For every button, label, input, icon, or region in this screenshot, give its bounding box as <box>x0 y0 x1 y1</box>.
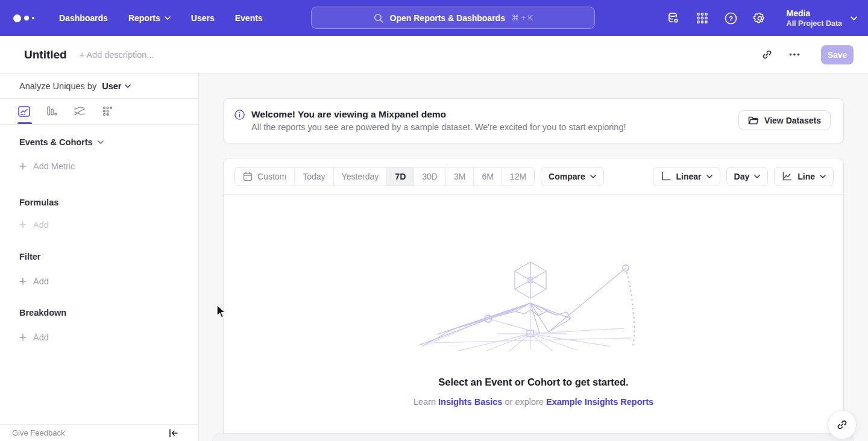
breakdown-table-edge <box>212 433 854 441</box>
search-icon <box>373 13 384 23</box>
question-circle-icon: ? <box>724 11 738 25</box>
banner-text: Welcome! You are viewing a Mixpanel demo… <box>251 108 626 134</box>
empty-state-title: Select an Event or Cohort to get started… <box>438 377 628 388</box>
report-description-placeholder[interactable]: + Add description... <box>80 50 154 60</box>
tab-bar-chart[interactable] <box>45 104 59 119</box>
add-formula-button[interactable]: Add <box>19 220 198 230</box>
empty-state-links: Learn Insights Basics or explore Example… <box>414 397 653 407</box>
empty-state: Select an Event or Cohort to get started… <box>224 195 843 407</box>
interval-dropdown[interactable]: Day <box>726 167 769 186</box>
metrics-dots-tab-icon <box>101 105 114 118</box>
plus-icon <box>19 334 27 341</box>
range-custom[interactable]: Custom <box>235 167 294 186</box>
nav-reports[interactable]: Reports <box>118 0 181 36</box>
bar-chart-tab-icon <box>45 105 58 118</box>
info-icon <box>234 110 245 120</box>
range-7d-label: 7D <box>395 172 406 181</box>
report-toolbar: Custom Today Yesterday 7D 30D 3M 6M 12M … <box>224 158 843 195</box>
range-30d[interactable]: 30D <box>414 167 445 186</box>
example-reports-link[interactable]: Example Insights Reports <box>546 397 653 407</box>
ellipsis-icon <box>789 53 800 56</box>
more-options-button[interactable] <box>785 45 804 64</box>
settings-icon[interactable] <box>753 11 767 25</box>
nav-dashboards[interactable]: Dashboards <box>49 0 118 36</box>
events-cohorts-header[interactable]: Events & Cohorts <box>19 137 198 147</box>
formulas-section: Formulas Add <box>0 198 198 230</box>
range-30d-label: 30D <box>422 172 438 181</box>
flow-tab-icon <box>73 105 86 118</box>
nav-users[interactable]: Users <box>181 0 225 36</box>
chevron-down-icon <box>820 175 826 178</box>
range-6m[interactable]: 6M <box>473 167 501 186</box>
mixpanel-logo[interactable] <box>13 14 34 22</box>
formulas-header: Formulas <box>19 198 198 207</box>
compare-dropdown[interactable]: Compare <box>541 167 604 186</box>
add-breakdown-button[interactable]: Add <box>19 333 198 342</box>
chart-type-label: Line <box>797 172 815 181</box>
share-link-floating-button[interactable] <box>828 410 857 439</box>
plus-icon <box>19 163 27 170</box>
nav-events[interactable]: Events <box>225 0 273 36</box>
top-navigation-bar: Dashboards Reports Users Events Open Rep… <box>0 0 868 36</box>
view-datasets-button[interactable]: View Datasets <box>738 110 831 130</box>
add-filter-button[interactable]: Add <box>19 277 198 286</box>
logo-dot-medium <box>24 16 29 20</box>
analyze-uniques-by-dropdown[interactable]: Analyze Uniques by User <box>0 74 198 99</box>
visualization-tabs <box>0 99 198 125</box>
report-title[interactable]: Untitled <box>24 48 67 61</box>
range-today[interactable]: Today <box>294 167 333 186</box>
breakdown-section: Breakdown Add <box>0 308 198 342</box>
events-cohorts-label: Events & Cohorts <box>19 137 93 147</box>
add-filter-label: Add <box>33 277 49 286</box>
range-6m-label: 6M <box>482 172 493 181</box>
chevron-down-icon <box>851 16 857 20</box>
chart-controls: Linear Day Line <box>653 167 834 186</box>
linear-axes-icon <box>661 172 671 181</box>
save-button[interactable]: Save <box>821 45 854 64</box>
tab-insights-selected[interactable] <box>17 104 31 119</box>
sidebar-footer: Give Feedback <box>0 424 198 441</box>
range-3m[interactable]: 3M <box>445 167 473 186</box>
add-metric-label: Add Metric <box>33 161 75 171</box>
query-builder-sidebar: Analyze Uniques by User <box>0 74 199 441</box>
svg-text:?: ? <box>729 14 733 22</box>
filter-header: Filter <box>19 252 198 261</box>
range-yesterday[interactable]: Yesterday <box>333 167 387 186</box>
calendar-icon <box>243 172 253 181</box>
tab-flow[interactable] <box>72 104 87 119</box>
plus-icon <box>19 221 27 228</box>
copy-link-button[interactable] <box>757 45 776 64</box>
add-metric-button[interactable]: Add Metric <box>19 161 198 171</box>
project-name: Media <box>787 8 842 19</box>
analyze-value: User <box>102 81 121 91</box>
help-icon[interactable]: ? <box>724 11 738 25</box>
insights-basics-link[interactable]: Insights Basics <box>438 397 502 407</box>
tab-metrics[interactable] <box>100 104 115 119</box>
collapse-sidebar-icon[interactable] <box>169 429 178 437</box>
learn-prefix: Learn <box>414 397 436 407</box>
banner-subtitle: All the reports you see are powered by a… <box>251 121 626 134</box>
project-switcher[interactable]: Media All Project Data <box>787 8 857 28</box>
range-12m[interactable]: 12M <box>502 167 534 186</box>
range-3m-label: 3M <box>454 172 465 181</box>
plus-icon <box>19 278 27 285</box>
grid-dots-icon <box>696 11 709 25</box>
data-management-icon[interactable] <box>666 11 681 25</box>
chevron-down-icon <box>706 175 712 178</box>
primary-nav: Dashboards Reports Users Events <box>49 0 273 36</box>
search-label: Open Reports & Dashboards <box>390 13 505 23</box>
give-feedback-link[interactable]: Give Feedback <box>12 428 64 437</box>
line-chart-icon <box>782 172 793 181</box>
scale-dropdown[interactable]: Linear <box>653 167 720 186</box>
link-icon <box>761 49 773 60</box>
date-range-selector: Custom Today Yesterday 7D 30D 3M 6M 12M <box>234 167 535 186</box>
apps-grid-icon[interactable] <box>695 11 709 25</box>
filter-section: Filter Add <box>0 252 198 286</box>
interval-label: Day <box>734 172 750 181</box>
nav-events-label: Events <box>235 13 263 23</box>
line-chart-tab-icon <box>17 105 31 118</box>
range-7d-selected[interactable]: 7D <box>386 167 414 186</box>
chevron-down-icon <box>165 16 171 20</box>
global-search-button[interactable]: Open Reports & Dashboards ⌘ + K <box>311 7 595 29</box>
chart-type-dropdown[interactable]: Line <box>774 167 834 186</box>
